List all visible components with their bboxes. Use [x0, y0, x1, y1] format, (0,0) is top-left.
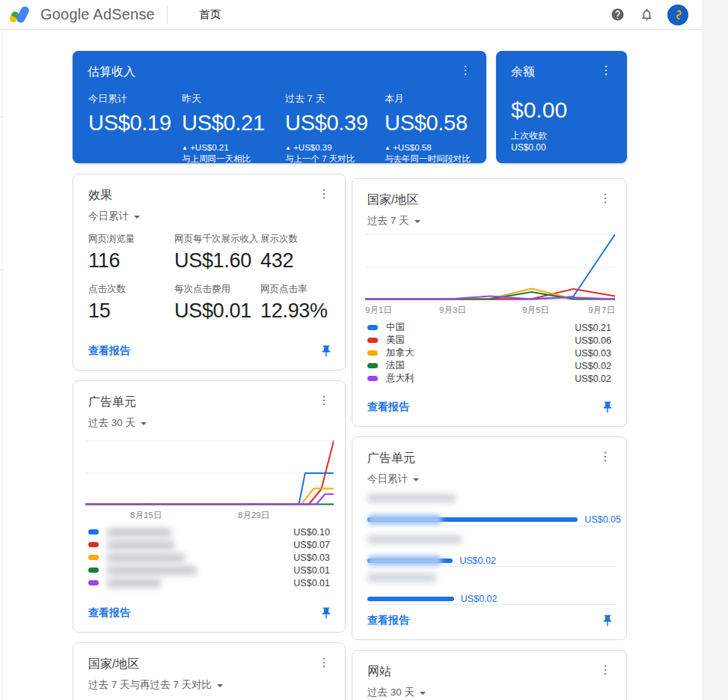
bar-row: US$0.05 — [367, 494, 615, 525]
stat-label: 今日累计 — [88, 92, 171, 106]
card-title: 国家/地区 — [367, 192, 418, 208]
stat-page-views: 网页浏览量116 — [88, 233, 174, 273]
stat-impressions: 展示次数432 — [260, 233, 331, 273]
brand-text: Google AdSense — [40, 6, 155, 23]
bar-track: US$0.02 — [367, 556, 615, 566]
stat-today: 今日累计 US$0.19 — [88, 92, 171, 136]
stat-cpc: 每次点击费用US$0.01 — [174, 283, 260, 323]
chevron-down-icon — [141, 422, 147, 425]
series-color-swatch — [367, 325, 378, 330]
more-options-icon[interactable]: ⋮ — [313, 395, 334, 407]
view-report-link[interactable]: 查看报告 — [88, 606, 130, 620]
card-title: 估算收入 — [88, 64, 135, 80]
range-value: 今日累计 — [367, 472, 408, 486]
legend-item: 加拿大US$0.03 — [367, 347, 611, 359]
avatar[interactable] — [667, 4, 688, 25]
range-selector[interactable]: 过去 7 天与再过去 7 天对比 — [88, 678, 223, 692]
series-color-swatch — [88, 555, 99, 560]
series-color-swatch — [88, 529, 99, 535]
legend-item: US$0.03 — [88, 551, 330, 564]
seahorse-icon — [670, 7, 685, 22]
stat-value: US$0.39 — [285, 111, 368, 136]
range-selector[interactable]: 今日累计 — [367, 472, 419, 486]
bell-icon[interactable] — [638, 7, 655, 23]
more-options-icon[interactable]: ⋮ — [313, 188, 334, 200]
x-axis-labels: 9月1日 9月3日 9月5日 9月7日 — [365, 305, 615, 315]
redacted-ad-unit-name — [107, 528, 171, 537]
card-estimated-earnings: 估算收入 ⋮ 今日累计 US$0.19 昨天 US$0.21 ▲ +US$0.2… — [73, 51, 486, 163]
card-title: 网站 — [367, 664, 391, 680]
range-selector[interactable]: 过去 30 天 — [367, 686, 426, 699]
bar-row: US$0.02 — [367, 535, 615, 566]
page-right-gutter — [702, 0, 728, 700]
adsense-logo-icon — [10, 6, 33, 24]
chevron-down-icon — [420, 692, 426, 695]
ad-units-legend: US$0.10 US$0.07 US$0.03 US$0.01 US$0.01 — [88, 526, 330, 589]
nav-tab-home[interactable]: 首页 — [199, 7, 221, 22]
adsense-logo[interactable]: Google AdSense — [0, 6, 155, 24]
up-arrow-icon: ▲ — [285, 144, 291, 151]
stat-delta: ▲ +US$0.21与上周同一天相比 — [182, 142, 265, 165]
bar-value: US$0.02 — [461, 594, 498, 604]
view-report-link[interactable]: 查看报告 — [88, 344, 130, 358]
pin-icon[interactable] — [319, 344, 333, 358]
stat-label: 本月 — [385, 92, 471, 106]
top-app-bar: Google AdSense 首页 — [0, 0, 702, 30]
stat-last-7-days: 过去 7 天 US$0.39 ▲ +US$0.39与上一个 7 天对比 — [285, 92, 368, 165]
countries-legend: 中国US$0.21 美国US$0.06 加拿大US$0.03 法国US$0.02… — [367, 321, 611, 385]
stat-delta: ▲ +US$0.58与去年同一时间段对比 — [385, 142, 471, 165]
card-ad-units-bar: 广告单元 ⋮ 今日累计 US$0.05 US$0.02 — [352, 436, 627, 640]
view-report-link[interactable]: 查看报告 — [367, 401, 409, 414]
ad-units-line-chart — [85, 439, 334, 505]
range-value: 过去 30 天 — [367, 686, 415, 699]
more-options-icon[interactable]: ⋮ — [313, 657, 334, 669]
stat-page-ctr: 网页点击率12.93% — [260, 283, 331, 323]
range-selector[interactable]: 今日累计 — [88, 210, 140, 223]
redacted-ad-unit-name — [367, 494, 456, 502]
more-options-icon[interactable]: ⋮ — [595, 664, 616, 676]
redacted-overlay — [367, 556, 442, 566]
row-separator — [367, 604, 615, 605]
redacted-overlay — [367, 514, 442, 525]
pin-icon[interactable] — [319, 606, 333, 620]
stat-delta: ▲ +US$0.39与上一个 7 天对比 — [285, 142, 368, 165]
legend-item: 法国US$0.02 — [367, 359, 611, 372]
pin-icon[interactable] — [601, 614, 614, 627]
range-selector[interactable]: 过去 30 天 — [88, 416, 147, 430]
row-separator — [367, 526, 615, 526]
card-title: 效果 — [88, 188, 112, 204]
header-actions — [609, 4, 702, 25]
pin-icon[interactable] — [601, 401, 614, 414]
stat-value: US$0.21 — [182, 111, 265, 136]
redacted-ad-unit-name — [107, 553, 185, 562]
bar-track: US$0.05 — [367, 514, 615, 525]
view-report-link[interactable]: 查看报告 — [367, 614, 409, 627]
more-options-icon[interactable]: ⋮ — [455, 64, 476, 76]
card-title: 广告单元 — [88, 395, 136, 410]
adsense-home-page: Google AdSense 首页 估算收入 ⋮ — [0, 0, 728, 700]
up-arrow-icon: ▲ — [182, 144, 188, 151]
collapsed-sidebar-rail[interactable] — [0, 30, 3, 700]
redacted-ad-unit-name — [367, 573, 436, 582]
more-options-icon[interactable]: ⋮ — [595, 192, 616, 204]
stat-clicks: 点击次数15 — [88, 283, 174, 323]
card-performance: 效果 ⋮ 今日累计 网页浏览量116 网页每千次展示收入US$1.60 展示次数… — [73, 174, 346, 371]
legend-item: US$0.07 — [88, 538, 330, 551]
card-ad-units-line: 广告单元 ⋮ 过去 30 天 8月15日 8月29日 US$0.10 US$0.… — [73, 380, 346, 633]
bar-value: US$0.05 — [584, 514, 621, 525]
stat-yesterday: 昨天 US$0.21 ▲ +US$0.21与上周同一天相比 — [182, 92, 265, 165]
legend-item: 中国US$0.21 — [367, 321, 611, 334]
range-selector[interactable]: 过去 7 天 — [367, 214, 420, 228]
legend-item: 意大利US$0.02 — [367, 372, 611, 385]
chevron-down-icon — [217, 684, 223, 687]
stat-page-rpm: 网页每千次展示收入US$1.60 — [174, 233, 260, 273]
help-icon[interactable] — [609, 7, 625, 23]
more-options-icon[interactable]: ⋮ — [596, 64, 617, 76]
more-options-icon[interactable]: ⋮ — [595, 451, 616, 463]
stat-label: 过去 7 天 — [285, 92, 368, 106]
series-color-swatch — [367, 338, 378, 343]
range-value: 过去 7 天 — [367, 214, 409, 228]
chevron-down-icon — [134, 216, 140, 219]
bar-row: US$0.02 — [367, 573, 615, 604]
redacted-ad-unit-name — [107, 566, 197, 575]
